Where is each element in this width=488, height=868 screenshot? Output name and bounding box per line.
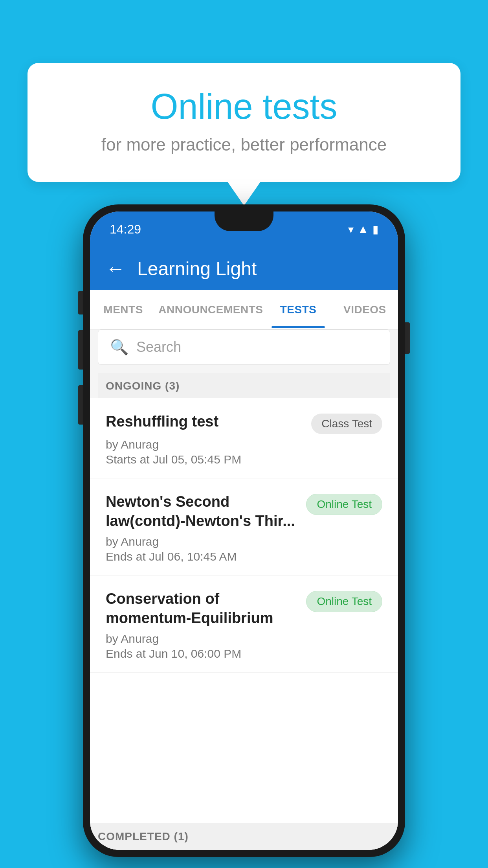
- notch: [215, 211, 273, 231]
- search-bar[interactable]: 🔍 Search: [98, 329, 390, 365]
- test-date-3: Ends at Jun 10, 06:00 PM: [106, 647, 382, 660]
- tab-announcements[interactable]: ANNOUNCEMENTS: [156, 292, 265, 328]
- test-by-2: by Anurag: [106, 535, 382, 548]
- test-badge-3: Online Test: [306, 591, 382, 612]
- wifi-icon: ▾: [348, 223, 354, 236]
- back-button[interactable]: ←: [106, 257, 125, 280]
- completed-section-label: COMPLETED (1): [90, 823, 398, 850]
- test-title-2: Newton's Second law(contd)-Newton's Thir…: [106, 492, 298, 531]
- search-icon: 🔍: [110, 338, 128, 356]
- status-time: 14:29: [110, 222, 141, 237]
- app-bar: ← Learning Light: [90, 247, 398, 290]
- ongoing-section-label: ONGOING (3): [98, 373, 390, 399]
- status-bar: 14:29 ▾ ▲ ▮: [90, 211, 398, 247]
- signal-icon: ▲: [358, 223, 369, 235]
- test-list: Reshuffling test Class Test by Anurag St…: [90, 398, 398, 850]
- test-item-header-1: Reshuffling test Class Test: [106, 412, 382, 434]
- test-item-header-3: Conservation of momentum-Equilibrium Onl…: [106, 589, 382, 628]
- promo-bubble: Online tests for more practice, better p…: [28, 63, 460, 182]
- test-badge-2: Online Test: [306, 494, 382, 515]
- test-title-3: Conservation of momentum-Equilibrium: [106, 589, 298, 628]
- tab-ments[interactable]: MENTS: [90, 292, 156, 328]
- test-item-1[interactable]: Reshuffling test Class Test by Anurag St…: [90, 398, 398, 478]
- test-date-1: Starts at Jul 05, 05:45 PM: [106, 453, 382, 466]
- phone-screen: 14:29 ▾ ▲ ▮ ← Learning Light MENTS ANNOU…: [90, 211, 398, 850]
- phone-mockup: 14:29 ▾ ▲ ▮ ← Learning Light MENTS ANNOU…: [83, 204, 405, 857]
- tab-tests[interactable]: TESTS: [265, 292, 332, 328]
- test-item-2[interactable]: Newton's Second law(contd)-Newton's Thir…: [90, 478, 398, 576]
- test-item-header-2: Newton's Second law(contd)-Newton's Thir…: [106, 492, 382, 531]
- app-bar-title: Learning Light: [137, 258, 257, 280]
- bubble-subtitle: for more practice, better performance: [59, 135, 429, 154]
- test-by-1: by Anurag: [106, 438, 382, 451]
- test-by-3: by Anurag: [106, 632, 382, 645]
- power-button: [404, 322, 410, 354]
- tab-videos[interactable]: VIDEOS: [332, 292, 398, 328]
- search-placeholder: Search: [136, 339, 181, 355]
- battery-icon: ▮: [372, 223, 378, 236]
- test-badge-1: Class Test: [311, 414, 382, 434]
- test-title-1: Reshuffling test: [106, 412, 303, 431]
- test-item-3[interactable]: Conservation of momentum-Equilibrium Onl…: [90, 576, 398, 673]
- status-icons: ▾ ▲ ▮: [348, 223, 378, 236]
- tabs-bar: MENTS ANNOUNCEMENTS TESTS VIDEOS: [90, 290, 398, 329]
- test-date-2: Ends at Jul 06, 10:45 AM: [106, 550, 382, 563]
- bubble-title: Online tests: [59, 86, 429, 127]
